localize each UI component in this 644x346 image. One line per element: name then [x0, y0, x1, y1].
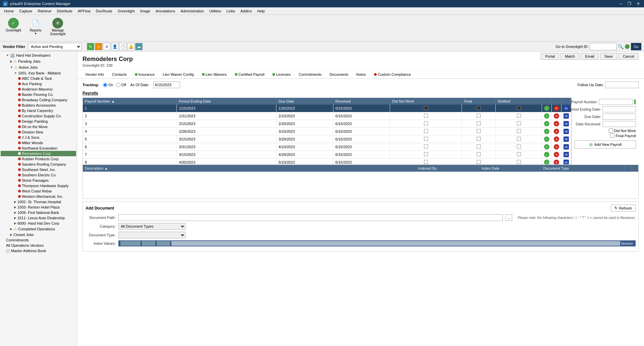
minimize-button[interactable]: ─	[618, 1, 624, 6]
final-checkbox-6[interactable]	[477, 145, 481, 149]
final-1[interactable]	[462, 105, 496, 112]
menu-links[interactable]: Links	[224, 8, 238, 14]
notified-checkbox-4[interactable]	[517, 129, 521, 133]
tab-notes[interactable]: Notes	[354, 72, 369, 77]
go-button[interactable]: Go	[631, 43, 641, 50]
sidebar-vendor-2[interactable]: Anderson Masonry	[1, 86, 76, 92]
email-icon-7[interactable]: ✉	[564, 152, 569, 157]
dnw-checkbox-5[interactable]	[424, 137, 428, 141]
menu-home[interactable]: Home	[1, 8, 16, 14]
search-button[interactable]: 🔍	[618, 44, 624, 49]
menu-addins[interactable]: Addins	[238, 8, 255, 14]
sidebar-job-1011[interactable]: ▶ 1011- Lexus Auto Dealership	[1, 215, 76, 221]
category-select[interactable]: All Document Types Payroll Documents Ins…	[118, 223, 185, 230]
sidebar-vendor-12[interactable]: Miller Woods	[1, 140, 76, 146]
table-row[interactable]: 4 2/28/2023 3/10/2023 6/15/2023 ✓ ✕	[83, 128, 571, 135]
due-date-field[interactable]	[602, 114, 636, 120]
col-due-date[interactable]: Due Date	[276, 98, 333, 105]
sidebar-vendor-8[interactable]: Design Painting	[1, 119, 76, 124]
dnw-checkbox-2[interactable]	[424, 114, 428, 118]
period-ending-field[interactable]	[602, 106, 636, 112]
sidebar-vendor-15[interactable]: Rubber Products Corp	[1, 156, 76, 162]
col-payroll-number[interactable]: Payroll Number ▲	[83, 98, 177, 105]
menu-administration[interactable]: Administration	[178, 8, 207, 14]
table-row[interactable]: 3 2/15/2023 2/20/2023 6/15/2023 ✓ ✕	[83, 120, 571, 128]
filter-select[interactable]: Active and Pending All Vendors Active On…	[28, 43, 82, 50]
sidebar-vendor-20[interactable]: Thompson Hardware Supply	[1, 183, 76, 188]
sidebar-job-1002[interactable]: ▶ 1002- St. Thomas Hospital	[1, 199, 76, 205]
did-not-work-check[interactable]: Did Not Work	[575, 128, 636, 133]
greenlight-id-input[interactable]	[590, 43, 616, 50]
sidebar-vendor-11[interactable]: J J & Sons	[1, 135, 76, 140]
table-row[interactable]: 8 4/30/2023 5/10/2023 6/15/2023 ✓ ✕	[83, 159, 571, 165]
menu-capture[interactable]: Capture	[16, 8, 35, 14]
action-reject-1[interactable]: ✕	[552, 105, 561, 112]
sidebar-job-1003[interactable]: ▶ 1003- Renton Hotel Plaza	[1, 205, 76, 210]
sidebar-vendor-16[interactable]: Sanders Roofing Company	[1, 162, 76, 167]
action-approve-1[interactable]: ✓	[542, 105, 552, 112]
dnw-2[interactable]	[390, 112, 462, 120]
tab-custom-compliance[interactable]: Custom Compliance	[371, 72, 414, 77]
menu-image[interactable]: Image	[138, 8, 153, 14]
sidebar-vendor-6[interactable]: By Hand Carpentry	[1, 108, 76, 113]
sidebar-vendor-0[interactable]: ABC Chalk & Tack	[1, 76, 76, 81]
sidebar-pending-jobs[interactable]: ▶ ⚠ Pending Jobs	[1, 58, 76, 64]
reject-icon-2[interactable]: ✕	[554, 113, 559, 119]
approve-icon-6[interactable]: ✓	[544, 144, 549, 150]
doc-path-input[interactable]	[118, 214, 503, 221]
sidebar-vendor-10[interactable]: Division Nine	[1, 129, 76, 135]
dnw-1[interactable]	[390, 105, 462, 112]
tab-certified-payroll[interactable]: Certified Payroll	[232, 72, 267, 77]
sidebar-vendor-9[interactable]: Dit on the Move	[1, 124, 76, 129]
reject-icon-3[interactable]: ✕	[554, 121, 559, 126]
tracking-off-radio[interactable]: Off	[116, 83, 126, 87]
payroll-number-field[interactable]	[599, 99, 633, 105]
sidebar-closed[interactable]: ▶ Closed Jobs	[1, 232, 76, 237]
filter-icon-user[interactable]: 👤	[111, 43, 118, 50]
restore-button[interactable]: ❐	[626, 1, 633, 6]
menu-annotations[interactable]: Annotations	[153, 8, 178, 14]
action-approve-2[interactable]: ✓	[542, 112, 552, 120]
reject-icon-7[interactable]: ✕	[554, 152, 559, 157]
approve-icon-5[interactable]: ✓	[544, 136, 549, 142]
dnw-checkbox-1[interactable]	[424, 106, 428, 110]
dnw-checkbox-7[interactable]	[424, 152, 428, 156]
match-button[interactable]: Match	[560, 53, 579, 60]
filter-icon-cloud[interactable]: ☁	[135, 43, 143, 50]
sidebar-root[interactable]: ▼ 🏢 Hard Hat Developers	[1, 52, 76, 58]
final-checkbox-3[interactable]	[477, 121, 481, 125]
sidebar-vendor-22[interactable]: Western Mechanical, Inc.	[1, 194, 76, 199]
menu-help[interactable]: Help	[255, 8, 268, 14]
table-row[interactable]: 1 1/15/2023 1/20/2023 6/15/2023 ✓ ✕	[83, 105, 571, 112]
reject-icon-6[interactable]: ✕	[554, 144, 559, 150]
close-button[interactable]: ✕	[635, 1, 641, 6]
col-period-ending[interactable]: Period Ending Date	[177, 98, 276, 105]
table-row[interactable]: 2 1/31/2023 2/10/2023 6/15/2023 ✓ ✕	[83, 112, 571, 120]
tab-documents[interactable]: Documents	[327, 72, 351, 77]
portal-button[interactable]: Portal	[541, 53, 559, 60]
sidebar-active-jobs[interactable]: ▼ ⚠ Active Jobs	[1, 64, 76, 70]
table-row[interactable]: 7 4/15/2023 4/20/2023 6/15/2023 ✓ ✕	[83, 151, 571, 159]
col-did-not-work[interactable]: Did Not Work	[390, 98, 462, 105]
approve-icon-7[interactable]: ✓	[544, 152, 549, 157]
tab-lien-waiver-config[interactable]: Lien Waiver Config	[160, 72, 197, 77]
sidebar-job-1001[interactable]: ▼ 1001- Key Bank - Midland	[1, 70, 76, 76]
notified-checkbox-7[interactable]	[517, 152, 521, 156]
tracking-off-input[interactable]	[116, 83, 120, 87]
notified-checkbox-1[interactable]	[517, 106, 521, 110]
final-payroll-checkbox[interactable]	[610, 133, 614, 138]
sidebar-vendor-14[interactable]: Remodelers Corp	[1, 151, 76, 156]
sidebar-job-1009[interactable]: ▶ 1009- First National Bank	[1, 210, 76, 215]
follow-up-date-input[interactable]	[605, 81, 639, 88]
browse-button[interactable]: …	[505, 214, 512, 221]
menu-greenlight[interactable]: Greenlight	[115, 8, 138, 14]
tab-vendor-info[interactable]: Vendor Info	[83, 72, 107, 77]
did-not-work-checkbox[interactable]	[609, 128, 613, 133]
sidebar-vendor-13[interactable]: Northwest Excavation	[1, 146, 76, 151]
as-of-date-input[interactable]: 6/15/2023	[153, 81, 180, 88]
manage-greenlight-toolbar-button[interactable]: ⚙ Manage Greenlight	[47, 16, 68, 38]
tab-lien-waivers[interactable]: Lien Waivers	[199, 72, 229, 77]
email-icon-8[interactable]: ✉	[564, 160, 569, 165]
add-new-payroll-button[interactable]: ⊕ Add New Payroll	[575, 140, 636, 149]
sidebar-master-address[interactable]: 📋 Master Address Book	[1, 248, 76, 253]
